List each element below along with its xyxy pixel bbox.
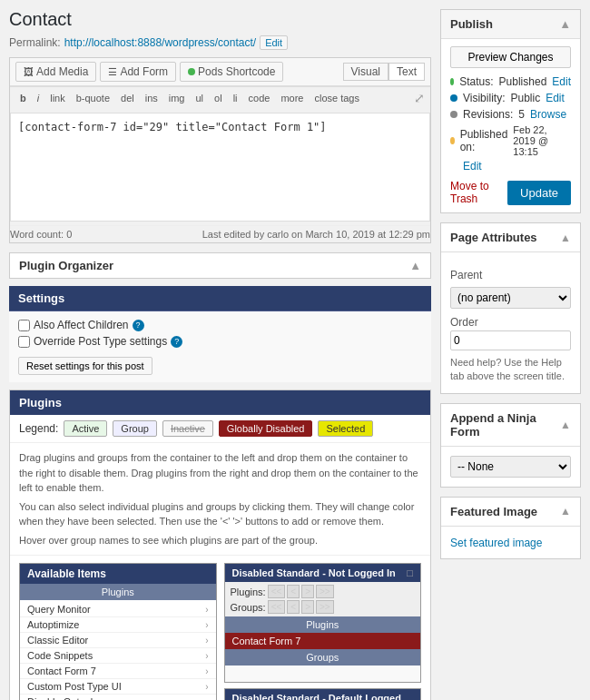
- fmt-more[interactable]: more: [276, 91, 308, 105]
- drag-instructions: Drag plugins and groups from the contain…: [10, 443, 430, 556]
- tab-visual[interactable]: Visual: [343, 63, 388, 81]
- permalink-edit-button[interactable]: Edit: [260, 35, 288, 50]
- also-affect-info-icon[interactable]: ?: [133, 320, 144, 331]
- append-ninja-form-panel: Append a Ninja Form ▲ -- None: [440, 403, 581, 488]
- groups-nav-prev[interactable]: <: [287, 600, 300, 614]
- groups-nav-last[interactable]: >>: [316, 600, 334, 614]
- pods-shortcode-button[interactable]: Pods Shortcode: [180, 62, 283, 82]
- instruction-1: Drag plugins and groups from the contain…: [19, 450, 421, 496]
- plugins-nav-first[interactable]: <<: [268, 585, 286, 598]
- plugin-organizer-toggle-icon[interactable]: ▲: [409, 259, 421, 272]
- fmt-code[interactable]: code: [244, 91, 275, 105]
- move-to-trash-link[interactable]: Move to Trash: [450, 180, 507, 205]
- override-post-type-row: Override Post Type settings ?: [18, 335, 422, 348]
- plugin-list-item[interactable]: Contact Form 7›: [20, 664, 216, 679]
- badge-globally-disabled[interactable]: Globally Disabled: [219, 420, 313, 437]
- reset-settings-button[interactable]: Reset settings for this post: [18, 357, 152, 375]
- plugins-columns: Available Items Plugins Query Monitor›Au…: [10, 556, 430, 700]
- plugin-arrow-icon[interactable]: ›: [205, 682, 208, 692]
- plugin-list-item[interactable]: Autoptimize›: [20, 617, 216, 633]
- page-attributes-toggle-icon[interactable]: ▲: [560, 232, 571, 244]
- badge-group[interactable]: Group: [113, 420, 157, 437]
- plugin-list-item[interactable]: Code Snippets›: [20, 648, 216, 664]
- page-attributes-title: Page Attributes: [450, 231, 537, 244]
- visibility-edit-link[interactable]: Edit: [546, 92, 565, 104]
- plugins-panel-header: Plugins: [10, 390, 430, 415]
- featured-image-body: Set featured image: [441, 527, 580, 558]
- status-value: Published: [499, 75, 547, 88]
- publish-body: Preview Changes Status: Published Edit V…: [441, 39, 580, 212]
- tab-text[interactable]: Text: [388, 63, 425, 81]
- badge-inactive[interactable]: Inactive: [162, 420, 213, 437]
- fmt-img[interactable]: img: [164, 91, 190, 105]
- preview-changes-button[interactable]: Preview Changes: [450, 46, 571, 68]
- editor-content[interactable]: [contact-form-7 id="29" title="Contact F…: [10, 113, 430, 222]
- plugin-list-item[interactable]: Classic Editor›: [20, 633, 216, 648]
- fmt-italic[interactable]: i: [33, 91, 44, 105]
- plugin-arrow-icon[interactable]: ›: [205, 651, 208, 661]
- fmt-ins[interactable]: ins: [141, 91, 162, 105]
- order-input[interactable]: [450, 330, 571, 350]
- plugin-arrow-icon[interactable]: ›: [205, 605, 208, 615]
- badge-active[interactable]: Active: [64, 420, 107, 437]
- view-tabs: Visual Text: [343, 63, 425, 81]
- parent-select[interactable]: (no parent): [450, 287, 571, 309]
- expand-icon[interactable]: ⤢: [414, 91, 425, 105]
- plugin-list-item[interactable]: Custom Post Type UI›: [20, 679, 216, 695]
- instruction-3: Hover over group names to see which plug…: [19, 533, 421, 548]
- append-ninja-form-toggle-icon[interactable]: ▲: [560, 419, 571, 431]
- ninja-form-select[interactable]: -- None: [450, 456, 571, 478]
- plugin-arrow-icon[interactable]: ›: [205, 666, 208, 676]
- permalink-label: Permalink:: [9, 36, 61, 49]
- override-post-type-checkbox[interactable]: [18, 336, 30, 348]
- status-edit-link[interactable]: Edit: [552, 75, 571, 88]
- groups-nav-next[interactable]: >: [301, 600, 314, 614]
- add-media-button[interactable]: 🖼 Add Media: [15, 62, 96, 82]
- visibility-row: Visibility: Public Edit: [450, 92, 571, 104]
- collapse-not-logged-in-btn[interactable]: □: [407, 567, 413, 578]
- plugins-nav-last[interactable]: >>: [316, 585, 334, 598]
- permalink-url[interactable]: http://localhost:8888/wordpress/contact/: [64, 36, 256, 49]
- featured-image-toggle-icon[interactable]: ▲: [560, 505, 571, 518]
- disabled-default-logged-in-title: Disabled Standard - Default Logged In: [232, 693, 408, 700]
- revisions-count: 5: [518, 108, 525, 121]
- plugin-arrow-icon[interactable]: ›: [205, 620, 208, 630]
- groups-nav-first[interactable]: <<: [268, 600, 286, 614]
- fmt-ul[interactable]: ul: [192, 91, 209, 105]
- badge-selected[interactable]: Selected: [318, 420, 373, 437]
- plugins-nav-next[interactable]: >: [301, 585, 314, 598]
- also-affect-children-checkbox[interactable]: [18, 320, 30, 331]
- publish-toggle-icon[interactable]: ▲: [559, 17, 571, 31]
- set-featured-image-link[interactable]: Set featured image: [450, 537, 542, 549]
- fmt-del[interactable]: del: [116, 91, 139, 105]
- update-button[interactable]: Update: [507, 181, 571, 205]
- disabled-not-logged-in-title: Disabled Standard - Not Logged In: [232, 567, 396, 578]
- page-attributes-help: Need help? Use the Help tab above the sc…: [450, 356, 571, 384]
- fmt-link[interactable]: link: [45, 91, 70, 105]
- plugin-arrow-icon[interactable]: ›: [205, 636, 208, 646]
- available-items-col: Available Items Plugins Query Monitor›Au…: [19, 563, 217, 700]
- published-edit-link[interactable]: Edit: [463, 160, 482, 173]
- add-form-icon: ☰: [108, 66, 117, 78]
- visibility-dot: [450, 94, 457, 102]
- page-attributes-header: Page Attributes ▲: [441, 223, 580, 252]
- not-logged-in-contact-form[interactable]: Contact Form 7: [225, 633, 421, 649]
- fmt-bquote[interactable]: b-quote: [72, 91, 114, 105]
- fmt-ol[interactable]: ol: [210, 91, 227, 105]
- editor-wrapper: 🖼 Add Media ☰ Add Form Pods Shortcode Vi…: [9, 57, 431, 243]
- plugin-list-item[interactable]: Query Monitor›: [20, 602, 216, 617]
- override-post-type-info-icon[interactable]: ?: [171, 336, 182, 348]
- legend-label: Legend:: [19, 422, 58, 435]
- revisions-browse-link[interactable]: Browse: [530, 108, 566, 121]
- revisions-dot: [450, 111, 457, 118]
- plugin-arrow-icon[interactable]: ›: [205, 697, 208, 701]
- instruction-2: You can also select individual plugins a…: [19, 499, 421, 529]
- fmt-close-tags[interactable]: close tags: [310, 91, 364, 105]
- revisions-row: Revisions: 5 Browse: [450, 108, 571, 121]
- add-form-button[interactable]: ☰ Add Form: [100, 62, 176, 82]
- fmt-bold[interactable]: b: [15, 91, 31, 105]
- pods-dot-icon: [188, 68, 195, 75]
- fmt-li[interactable]: li: [229, 91, 242, 105]
- plugin-list-item[interactable]: Disable Gutenberg›: [20, 695, 216, 700]
- plugins-nav-prev[interactable]: <: [287, 585, 300, 598]
